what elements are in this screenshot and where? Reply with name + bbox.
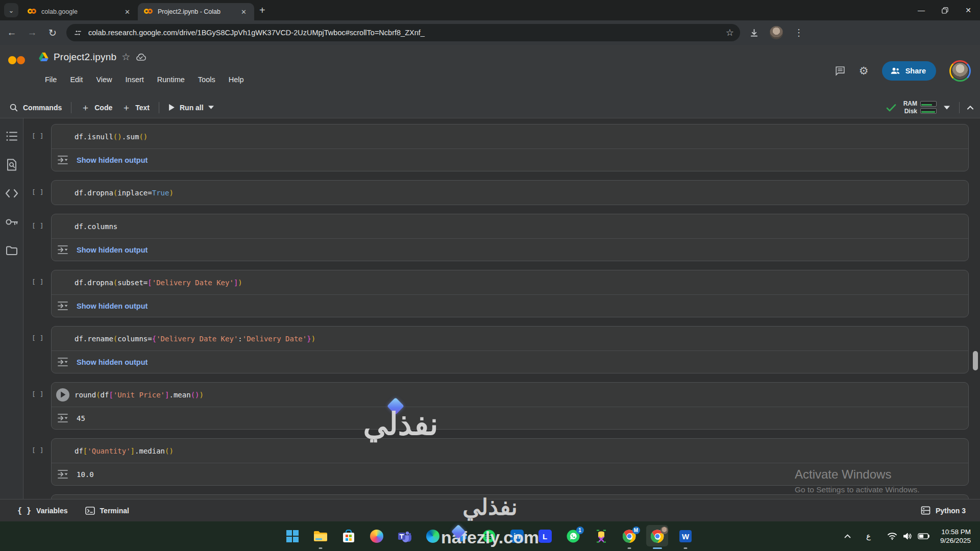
cell-code[interactable]: df.dropna(inplace=True) [75, 189, 174, 197]
secrets-key-icon[interactable] [5, 215, 18, 229]
cell-box[interactable]: round(df['Unit Price'].mean())45 [51, 382, 969, 430]
forward-button[interactable]: → [23, 24, 41, 41]
taskbar-chrome-profile-user-icon[interactable] [643, 521, 671, 551]
account-avatar[interactable] [949, 60, 971, 82]
cell-code[interactable]: round(df['Unit Price'].mean()) [75, 391, 204, 399]
browser-menu-button[interactable]: ⋮ [790, 24, 807, 41]
cell-box[interactable]: df.dropna(subset=['Delivery Date Key'])S… [51, 270, 969, 317]
maximize-button[interactable] [933, 0, 957, 20]
taskbar-l-app-icon[interactable]: L [531, 521, 559, 551]
resources-caret-icon[interactable] [944, 106, 950, 110]
wifi-icon[interactable] [887, 532, 897, 540]
taskbar-edge-icon[interactable] [419, 521, 447, 551]
show-hidden-output-link[interactable]: Show hidden output [77, 302, 148, 310]
menu-tools[interactable]: Tools [198, 76, 215, 84]
tab-close-icon[interactable]: ✕ [122, 7, 133, 17]
output-toggle-icon[interactable] [57, 357, 69, 367]
new-tab-button[interactable]: + [259, 5, 265, 16]
code-snippets-icon[interactable] [5, 187, 18, 200]
taskbar-whatsapp-icon[interactable]: 1 [559, 521, 587, 551]
site-info-icon[interactable] [74, 29, 82, 37]
reload-button[interactable]: ↻ [44, 24, 61, 41]
run-cell-button[interactable] [56, 388, 69, 402]
output-toggle-icon[interactable] [57, 413, 69, 423]
cell-box[interactable]: df.isnull().sum()Show hidden output [51, 124, 969, 171]
cell-code[interactable]: df.columns [75, 222, 117, 231]
cell-box[interactable]: df.dropna(inplace=True) [51, 180, 969, 205]
taskbar-chrome-profile-m-icon[interactable]: M [615, 521, 643, 551]
cell-code[interactable]: df.isnull().sum() [75, 133, 148, 141]
taskbar-start-icon[interactable] [278, 521, 306, 551]
cell-code[interactable]: df.dropna(subset=['Delivery Date Key']) [75, 279, 242, 287]
add-code-button[interactable]: ＋Code [81, 102, 112, 114]
cell-box[interactable] [51, 494, 969, 499]
colab-logo-icon[interactable] [8, 55, 31, 70]
show-hidden-output-link[interactable]: Show hidden output [77, 156, 148, 164]
menu-view[interactable]: View [96, 76, 112, 84]
cell-exec-indicator[interactable]: [ ] [32, 132, 43, 140]
variables-button[interactable]: { } Variables [17, 506, 68, 515]
cell-box[interactable]: df.columnsShow hidden output [51, 214, 969, 261]
taskbar-microsoft-store-icon[interactable] [334, 521, 362, 551]
downloads-button[interactable] [745, 24, 763, 41]
menu-help[interactable]: Help [229, 76, 244, 84]
browser-tab-0[interactable]: colab.google✕ [21, 3, 138, 20]
taskbar-teams-icon[interactable] [390, 521, 419, 551]
terminal-button[interactable]: Terminal [85, 507, 129, 515]
cell-box[interactable]: df['Quantity'].median()10.0 [51, 438, 969, 486]
cell-exec-indicator[interactable]: [ ] [32, 222, 43, 230]
show-hidden-output-link[interactable]: Show hidden output [77, 246, 148, 254]
add-text-button[interactable]: ＋Text [121, 102, 150, 114]
table-of-contents-icon[interactable] [5, 130, 18, 143]
run-all-button[interactable]: Run all [168, 104, 214, 112]
notebook-title[interactable]: Project2.ipynb [54, 52, 116, 63]
menu-edit[interactable]: Edit [70, 76, 83, 84]
taskbar-file-explorer-icon[interactable] [306, 521, 334, 551]
close-button[interactable]: ✕ [957, 0, 980, 20]
tray-chevron-up-icon[interactable] [844, 534, 851, 538]
menu-runtime[interactable]: Runtime [157, 76, 185, 84]
cell-exec-indicator[interactable]: [ ] [32, 188, 43, 196]
cell-code[interactable]: df['Quantity'].median() [75, 447, 174, 455]
menu-insert[interactable]: Insert [126, 76, 144, 84]
output-toggle-icon[interactable] [57, 245, 69, 255]
browser-profile-avatar[interactable] [768, 24, 785, 41]
taskbar-word-icon[interactable]: W [671, 521, 699, 551]
files-folder-icon[interactable] [5, 244, 18, 257]
commands-button[interactable]: Commands [9, 103, 62, 112]
bookmark-star-icon[interactable]: ☆ [726, 27, 734, 38]
kernel-status[interactable]: Python 3 [921, 506, 966, 515]
cloud-saved-icon[interactable] [135, 53, 146, 61]
address-bar[interactable]: colab.research.google.com/drive/1BGyS8CJ… [66, 24, 740, 41]
language-indicator[interactable]: ع [866, 532, 871, 541]
output-toggle-icon[interactable] [57, 469, 69, 479]
collapse-header-icon[interactable] [967, 105, 974, 110]
find-in-document-icon[interactable] [5, 158, 18, 171]
resource-monitor[interactable]: RAM Disk [903, 100, 937, 115]
settings-gear-icon[interactable]: ⚙ [859, 65, 869, 77]
tab-close-icon[interactable]: ✕ [238, 7, 249, 17]
scrollbar-thumb[interactable] [973, 351, 978, 370]
taskbar-copilot-icon[interactable] [362, 521, 390, 551]
share-button[interactable]: Share [882, 61, 936, 81]
taskbar-linkedin-icon[interactable]: in [503, 521, 531, 551]
tab-search-button[interactable]: ⌄ [4, 3, 18, 17]
menu-file[interactable]: File [45, 76, 57, 84]
cell-box[interactable]: df.rename(columns={'Delivery Date Key':'… [51, 326, 969, 373]
taskbar-database-tools-icon[interactable] [587, 521, 615, 551]
cell-exec-indicator[interactable]: [ ] [32, 390, 43, 398]
volume-icon[interactable] [902, 532, 913, 540]
star-icon[interactable]: ☆ [121, 51, 130, 63]
output-toggle-icon[interactable] [57, 301, 69, 311]
cell-exec-indicator[interactable]: [ ] [32, 446, 43, 454]
taskbar-spotify-icon[interactable] [475, 521, 503, 551]
browser-tab-1[interactable]: Project2.ipynb - Colab✕ [138, 3, 254, 20]
battery-icon[interactable] [918, 533, 930, 540]
cell-exec-indicator[interactable]: [ ] [32, 334, 43, 342]
cell-exec-indicator[interactable]: [ ] [32, 278, 43, 286]
taskbar-clock[interactable]: 10:58 PM 9/26/2025 [940, 528, 971, 545]
output-toggle-icon[interactable] [57, 155, 69, 165]
minimize-button[interactable]: — [910, 0, 933, 20]
back-button[interactable]: ← [3, 24, 20, 41]
show-hidden-output-link[interactable]: Show hidden output [77, 358, 148, 366]
